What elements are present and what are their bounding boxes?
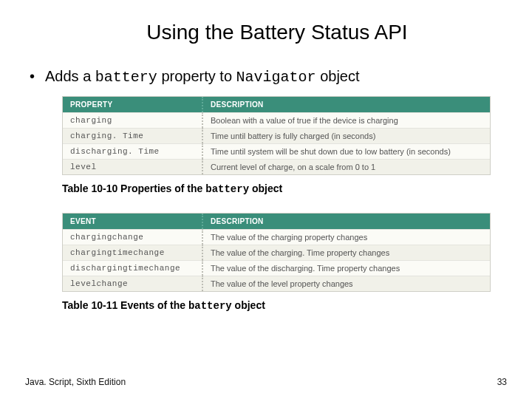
caption-post: object	[232, 299, 265, 311]
properties-caption: Table 10-10 Properties of the battery ob…	[62, 183, 507, 195]
events-table: EVENT DESCRIPTION chargingchangeThe valu…	[62, 213, 491, 292]
event-name: levelchange	[63, 276, 203, 291]
caption-pre: Table 10-11 Events of the	[62, 299, 188, 311]
table-row: levelCurrent level of charge, on a scale…	[63, 159, 490, 174]
prop-name: charging	[63, 112, 203, 128]
events-head-left: EVENT	[63, 214, 203, 229]
bullet-line: • Adds a battery property to Navigator o…	[30, 68, 507, 86]
event-name: chargingtimechange	[63, 245, 203, 260]
event-desc: The value of the charging property chang…	[203, 229, 490, 245]
table-row: charging. TimeTime until battery is full…	[63, 128, 490, 143]
prop-desc: Time until system will be shut down due …	[203, 143, 490, 159]
caption-pre: Table 10-10 Properties of the	[62, 183, 205, 194]
bullet-mid: property to	[157, 68, 236, 84]
bullet-code-navigator: Navigator	[236, 69, 316, 86]
bullet-dot: •	[30, 68, 35, 85]
table-row: chargingtimechangeThe value of the charg…	[63, 245, 490, 260]
prop-name: level	[63, 159, 203, 174]
caption-code: battery	[205, 183, 249, 195]
event-name: dischargingtimechange	[63, 260, 203, 276]
events-caption: Table 10-11 Events of the battery object	[62, 299, 507, 312]
table-row: chargingchangeThe value of the charging …	[63, 229, 490, 245]
page-title: Using the Battery Status API	[47, 21, 507, 44]
table-row: chargingBoolean with a value of true if …	[63, 112, 490, 128]
prop-name: charging. Time	[63, 128, 203, 143]
bullet-code-battery: battery	[95, 69, 157, 86]
prop-desc: Current level of charge, on a scale from…	[203, 159, 490, 174]
events-table-wrap: EVENT DESCRIPTION chargingchangeThe valu…	[62, 213, 477, 292]
event-desc: The value of the level property changes	[203, 276, 490, 291]
caption-code: battery	[188, 300, 232, 312]
event-desc: The value of the charging. Time property…	[203, 245, 490, 260]
bullet-text: Adds a battery property to Navigator obj…	[45, 68, 360, 86]
prop-desc: Boolean with a value of true if the devi…	[203, 112, 490, 128]
prop-name: discharging. Time	[63, 143, 203, 159]
table-row: dischargingtimechangeThe value of the di…	[63, 260, 490, 276]
table-row: levelchangeThe value of the level proper…	[63, 276, 490, 291]
slide: Using the Battery Status API • Adds a ba…	[0, 0, 532, 399]
footer-page-number: 33	[497, 377, 507, 387]
caption-post: object	[249, 183, 282, 194]
footer-left: Java. Script, Sixth Edition	[25, 377, 126, 387]
bullet-post: object	[316, 68, 360, 84]
prop-desc: Time until battery is fully charged (in …	[203, 128, 490, 143]
events-head-right: DESCRIPTION	[203, 214, 490, 229]
event-desc: The value of the discharging. Time prope…	[203, 260, 490, 276]
properties-head-right: DESCRIPTION	[203, 97, 490, 112]
properties-head-left: PROPERTY	[63, 97, 203, 112]
event-name: chargingchange	[63, 229, 203, 245]
table-row: discharging. TimeTime until system will …	[63, 143, 490, 159]
bullet-pre: Adds a	[45, 68, 95, 84]
properties-table-wrap: PROPERTY DESCRIPTION chargingBoolean wit…	[62, 96, 477, 175]
properties-table: PROPERTY DESCRIPTION chargingBoolean wit…	[62, 96, 491, 175]
footer: Java. Script, Sixth Edition 33	[25, 377, 507, 387]
